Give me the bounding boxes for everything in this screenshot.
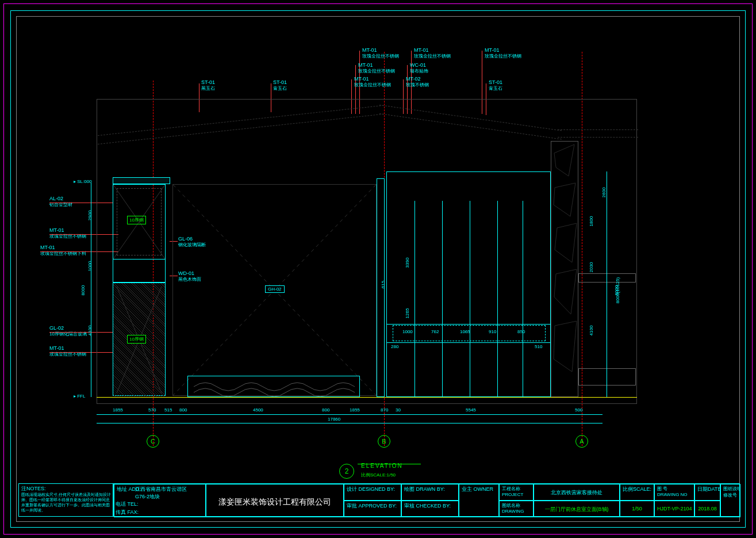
dim: 500 <box>575 407 582 413</box>
tag-mt01-d: MT-01玫瑰金拉丝不锈钢 <box>414 47 451 59</box>
rev-lbl: 图纸说明 修改号 <box>720 484 740 517</box>
checked-lbl: 审核 CHECKED BY: <box>404 503 451 509</box>
center-label: GH-02 <box>265 285 285 293</box>
elev-ffl: ▸ FFL <box>74 394 85 399</box>
grid-bubble-c: C <box>147 435 159 448</box>
tag-mt01-b: MT-01玫瑰金拉丝不锈钢 <box>358 62 395 74</box>
company: 漾妾匣米装饰设计工程有限公司 <box>209 497 341 508</box>
header-strip <box>113 177 170 184</box>
scale-lbl: 比例SCALE: <box>623 486 651 492</box>
dim: 30 <box>396 407 401 413</box>
notes-box: 注NOTES: 图纸须现场核实尺寸,任何尺寸误差须及时通知设计师。图纸一经签署即… <box>18 483 113 517</box>
dim: 800 <box>322 407 329 413</box>
owner-lbl: 业主 OWNER <box>462 486 493 492</box>
dim: 2030 <box>589 262 594 273</box>
tag-gl02: GL-0210厚钢化隔音玻璃 <box>49 325 87 337</box>
view-scale: 比例SCALE:1/50 <box>361 472 396 478</box>
tag-st01-2: ST-01青玉石 <box>273 79 287 91</box>
dim: 4100 <box>589 326 594 336</box>
dim: 850 <box>517 329 525 334</box>
dim: 2600 <box>601 188 607 198</box>
box-label-top: 10厚钢 <box>127 216 146 224</box>
tel-lbl: 电话 TEL: <box>116 501 139 508</box>
dim: 1800 <box>589 216 594 227</box>
dim: 510 <box>535 344 542 349</box>
approved-lbl: 审批 APPROVED BY: <box>347 503 397 509</box>
prj-lbl: 工程名称 PROJECT <box>499 484 534 501</box>
date-lbl: 日期DATE <box>697 486 720 492</box>
dim: 1000 <box>87 261 93 272</box>
tag-mt01-l2: MT-01玫瑰金拉丝不锈钢下料 <box>40 245 86 257</box>
tag-al02: AL-02铝合金型材 <box>49 196 72 208</box>
drawing-name: 一层门厅前休息室立面(B轴) <box>536 506 617 513</box>
stone-col <box>551 141 578 397</box>
project-name: 北京西铁营家客接待处 <box>536 489 617 497</box>
dim: 515 <box>164 407 172 413</box>
num-lbl: 图 号 DRAWING NO <box>654 484 694 501</box>
dim: 280 <box>391 344 398 349</box>
dim: 4500 <box>253 407 263 413</box>
dim: 1855 <box>350 407 360 413</box>
dim: 2900 <box>87 211 93 221</box>
dim: 570 <box>148 407 156 413</box>
dimline-bottom <box>97 414 603 415</box>
dimline-bottom2 <box>97 423 603 423</box>
dim: 6000 <box>614 285 619 296</box>
dim: 1000 <box>402 329 413 334</box>
box-label-bot: 10厚钢 <box>127 335 146 344</box>
designed-lbl: 设计 DESIGNED BY: <box>347 486 395 492</box>
date: 2018.08 <box>697 506 717 512</box>
dim: 1265 <box>405 308 410 319</box>
tag-mt01-e: MT-01玫瑰金拉丝不锈钢 <box>485 47 521 59</box>
beam <box>578 273 636 283</box>
dim: 1065 <box>460 329 470 334</box>
dim: 615 <box>381 281 386 288</box>
notes-body: 图纸须现场核实尺寸,任何尺寸误差须及时通知设计师。图纸一经签署即不得擅自更改须经… <box>21 492 112 513</box>
title-block: 地址 ADD: 江西省南昌市青云谱区 G76-2地块 电话 TEL: 传真 FA… <box>113 483 740 517</box>
dim: 800 <box>179 407 187 413</box>
tag-mt01-c: MT-01玫瑰金拉丝不锈钢 <box>354 76 391 88</box>
dim-total: 17860 <box>328 417 340 422</box>
tag-mt01-l1: MT-01玫瑰金拉丝不锈钢 <box>49 227 86 239</box>
grid-bubble-b: B <box>378 435 390 448</box>
dim: 910 <box>489 329 496 334</box>
dwg-lbl: 图纸名称 DRAWING <box>499 501 534 517</box>
ffl-line <box>97 397 637 398</box>
tag-wc01: WC-01墙布贴饰 <box>410 62 428 74</box>
wall-right <box>386 171 551 397</box>
panel-left: 10厚钢 10厚钢 <box>113 184 166 396</box>
dim: 5545 <box>466 407 476 413</box>
tag-st01-1: ST-01黑玉石 <box>201 79 215 91</box>
fax-lbl: 传真 FAX: <box>116 509 139 516</box>
view-number: 2 <box>339 464 354 479</box>
tag-st01-r: ST-01青玉石 <box>489 79 502 91</box>
tag-mt01-a: MT-01玫瑰金拉丝不锈钢 <box>362 47 399 59</box>
dim: 4100 <box>87 326 93 336</box>
view-title: ELEVATION <box>361 463 403 469</box>
dim: 1855 <box>113 407 123 413</box>
tag-mt02: MT-02玫瑰不锈钢 <box>406 76 429 88</box>
grid-bubble-a: A <box>575 435 588 448</box>
floor-ext <box>578 368 636 386</box>
dim: 762 <box>431 329 439 334</box>
planter <box>187 376 360 397</box>
tag-mt01-l3: MT-01玫瑰金拉丝不锈钢 <box>49 345 86 357</box>
drawn-lbl: 绘图 DRAWN BY: <box>404 486 445 492</box>
drawing-no: HJDT-VP-2104 <box>657 506 692 512</box>
dim: 3390 <box>405 258 410 268</box>
center-opening: GH-02 <box>172 184 377 396</box>
dim: 870 <box>381 407 388 413</box>
addr: 江西省南昌市青云谱区 G76-2地块 <box>135 486 187 501</box>
scale: 1/50 <box>623 506 651 512</box>
elev-sl: ▸ SL:000 <box>74 179 92 184</box>
dim: 8000 <box>80 285 86 296</box>
